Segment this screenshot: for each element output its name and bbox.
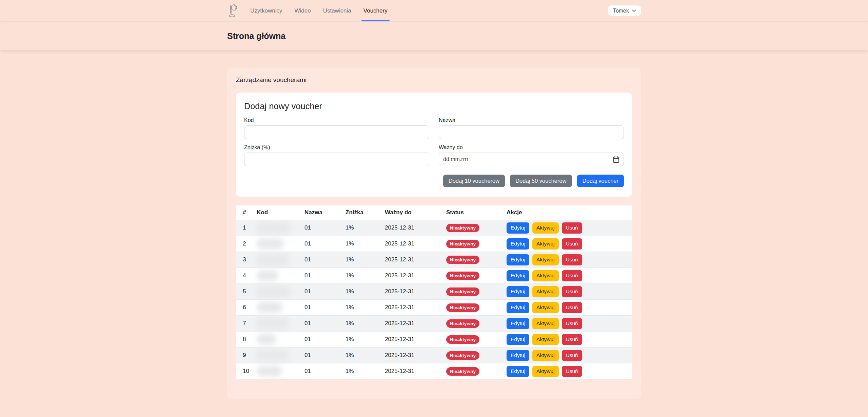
column-header-zni-ka: Zniżka (346, 205, 385, 220)
cell-valid-until: 2025-12-31 (385, 284, 446, 300)
edit-voucher-button[interactable]: Edytuj (507, 318, 529, 329)
cell-code (257, 220, 304, 236)
delete-voucher-button[interactable]: Usuń (562, 238, 582, 250)
status-badge: Nieaktywny (446, 351, 479, 360)
cell-code (257, 348, 304, 363)
delete-voucher-button[interactable]: Usuń (562, 334, 582, 345)
activate-voucher-button[interactable]: Aktywuj (532, 286, 558, 297)
status-badge: Nieaktywny (446, 287, 479, 296)
nav-link-vouchery[interactable]: Vouchery (363, 0, 388, 21)
cell-name: 01 (304, 316, 346, 332)
edit-voucher-button[interactable]: Edytuj (507, 302, 529, 313)
activate-voucher-button[interactable]: Aktywuj (532, 366, 558, 377)
cell-status: Nieaktywny (446, 348, 507, 363)
add-50-vouchers-button[interactable]: Dodaj 50 voucherów (510, 175, 572, 187)
cell-code (257, 332, 304, 348)
voucher-management-panel: Zarządzanie voucherami Dodaj nowy vouche… (227, 68, 641, 399)
edit-voucher-button[interactable]: Edytuj (507, 238, 529, 250)
table-body: 1011%2025-12-31NieaktywnyEdytujAktywujUs… (236, 220, 632, 379)
cell-code (257, 316, 304, 332)
status-badge: Nieaktywny (446, 303, 479, 312)
activate-voucher-button[interactable]: Aktywuj (532, 302, 558, 313)
cell-status: Nieaktywny (446, 236, 507, 252)
cell-discount: 1% (346, 220, 385, 236)
add-voucher-form: Dodaj nowy voucher Kod Nazwa Zniżka (%) (236, 93, 632, 197)
cell-valid-until: 2025-12-31 (385, 220, 446, 236)
cell-code (257, 252, 304, 268)
edit-voucher-button[interactable]: Edytuj (507, 254, 529, 265)
redacted-voucher-code (257, 222, 291, 233)
page-title: Strona główna (227, 31, 641, 41)
delete-voucher-button[interactable]: Usuń (562, 222, 582, 234)
column-header-nazwa: Nazwa (304, 205, 346, 220)
status-badge: Nieaktywny (446, 335, 479, 344)
code-input[interactable] (244, 125, 429, 139)
cell-discount: 1% (346, 348, 385, 363)
user-menu-label: Tomek (613, 8, 629, 14)
name-input[interactable] (439, 125, 624, 139)
delete-voucher-button[interactable]: Usuń (562, 366, 582, 377)
edit-voucher-button[interactable]: Edytuj (507, 350, 529, 361)
status-badge: Nieaktywny (446, 224, 479, 232)
trophy-logo-icon[interactable] (227, 3, 239, 19)
cell-code (257, 300, 304, 316)
discount-input[interactable] (244, 153, 429, 166)
edit-voucher-button[interactable]: Edytuj (507, 270, 529, 281)
cell-row-number: 6 (236, 300, 257, 316)
redacted-voucher-code (257, 270, 278, 281)
edit-voucher-button[interactable]: Edytuj (507, 286, 529, 297)
activate-voucher-button[interactable]: Aktywuj (532, 270, 558, 281)
voucher-row: 7011%2025-12-31NieaktywnyEdytujAktywujUs… (236, 316, 632, 332)
activate-voucher-button[interactable]: Aktywuj (532, 318, 558, 329)
delete-voucher-button[interactable]: Usuń (562, 318, 582, 329)
activate-voucher-button[interactable]: Aktywuj (532, 334, 558, 345)
status-badge: Nieaktywny (446, 272, 479, 280)
redacted-voucher-code (257, 334, 276, 345)
add-10-vouchers-button[interactable]: Dodaj 10 voucherów (443, 175, 505, 187)
activate-voucher-button[interactable]: Aktywuj (532, 238, 558, 250)
add-voucher-button[interactable]: Dodaj voucher (577, 175, 624, 187)
valid-until-date-input[interactable] (439, 153, 624, 166)
delete-voucher-button[interactable]: Usuń (562, 270, 582, 281)
form-title: Dodaj nowy voucher (244, 101, 624, 111)
edit-voucher-button[interactable]: Edytuj (507, 334, 529, 345)
nav-link-wideo[interactable]: Wideo (294, 0, 311, 21)
column-header-: # (236, 205, 257, 220)
activate-voucher-button[interactable]: Aktywuj (532, 350, 558, 361)
delete-voucher-button[interactable]: Usuń (562, 350, 582, 361)
cell-name: 01 (304, 363, 346, 379)
cell-row-number: 10 (236, 363, 257, 379)
cell-code (257, 236, 304, 252)
delete-voucher-button[interactable]: Usuń (562, 254, 582, 265)
cell-row-number: 9 (236, 348, 257, 363)
cell-valid-until: 2025-12-31 (385, 300, 446, 316)
cell-name: 01 (304, 268, 346, 284)
nav-link-u-ytkownicy[interactable]: Użytkownicy (250, 0, 282, 21)
cell-code (257, 284, 304, 300)
cell-discount: 1% (346, 252, 385, 268)
edit-voucher-button[interactable]: Edytuj (507, 222, 529, 234)
cell-valid-until: 2025-12-31 (385, 268, 446, 284)
cell-status: Nieaktywny (446, 363, 507, 379)
delete-voucher-button[interactable]: Usuń (562, 286, 582, 297)
nav-link-ustawienia[interactable]: Ustawienia (323, 0, 351, 21)
cell-actions: EdytujAktywujUsuń (507, 300, 632, 316)
cell-valid-until: 2025-12-31 (385, 332, 446, 348)
cell-valid-until: 2025-12-31 (385, 252, 446, 268)
section-title: Zarządzanie voucherami (236, 76, 632, 84)
status-badge: Nieaktywny (446, 240, 479, 248)
activate-voucher-button[interactable]: Aktywuj (532, 254, 558, 265)
cell-status: Nieaktywny (446, 300, 507, 316)
cell-actions: EdytujAktywujUsuń (507, 348, 632, 363)
edit-voucher-button[interactable]: Edytuj (507, 366, 529, 377)
discount-label: Zniżka (%) (244, 144, 429, 151)
cell-code (257, 363, 304, 379)
activate-voucher-button[interactable]: Aktywuj (532, 222, 558, 234)
cell-name: 01 (304, 252, 346, 268)
redacted-voucher-code (257, 350, 289, 361)
voucher-row: 10011%2025-12-31NieaktywnyEdytujAktywujU… (236, 363, 632, 379)
user-menu-button[interactable]: Tomek (608, 5, 641, 16)
cell-row-number: 8 (236, 332, 257, 348)
cell-discount: 1% (346, 236, 385, 252)
delete-voucher-button[interactable]: Usuń (562, 302, 582, 313)
